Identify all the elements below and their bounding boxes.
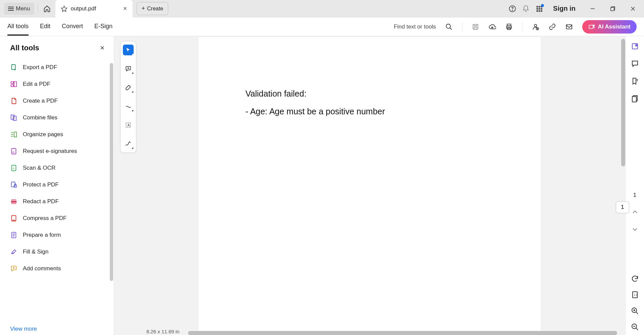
doc-line-1: - Age: Age must be a positive number (245, 107, 494, 116)
sidebar-title: All tools (10, 44, 39, 52)
print-icon[interactable] (505, 23, 513, 31)
help-icon[interactable] (509, 5, 516, 12)
sidebar-item-label: Export a PDF (23, 64, 57, 71)
view-more-link[interactable]: View more (0, 323, 114, 335)
svg-marker-0 (61, 6, 67, 11)
document-tab[interactable]: output.pdf × (55, 0, 133, 17)
svg-rect-30 (12, 65, 15, 70)
document-canvas: A Validation failed: - Age: Age must be … (114, 36, 625, 335)
separator (38, 4, 38, 14)
ai-sparkle-icon (588, 23, 595, 30)
horizontal-scrollbar[interactable] (188, 331, 617, 335)
svg-rect-36 (14, 132, 16, 137)
share-people-icon[interactable] (532, 23, 539, 31)
body: All tools × Export a PDF Edit a PDF Crea… (0, 36, 644, 335)
sidebar-item-label: Edit a PDF (23, 81, 50, 88)
sidebar-item-label: Organize pages (23, 131, 63, 138)
bookmarks-panel-icon[interactable] (631, 77, 639, 85)
sidebar-item-compress-pdf[interactable]: Compress a PDF (3, 210, 110, 227)
menu-button[interactable]: Menu (4, 3, 34, 15)
find-label[interactable]: Find text or tools (394, 23, 436, 30)
sidebar-item-fill-sign[interactable]: Fill & Sign (3, 243, 110, 260)
sign-in-button[interactable]: Sign in (553, 5, 576, 12)
svg-text:1:1: 1:1 (634, 293, 638, 296)
email-icon[interactable] (565, 23, 573, 31)
sidebar-scrollbar[interactable] (110, 63, 113, 281)
home-icon[interactable] (43, 5, 51, 12)
sidebar-item-label: Prepare a form (23, 232, 61, 238)
sidebar-item-add-comments[interactable]: Add comments (3, 260, 110, 277)
zoom-out-icon[interactable] (631, 323, 639, 331)
star-icon[interactable] (61, 5, 67, 12)
svg-rect-31 (11, 82, 13, 84)
ai-panel-icon[interactable] (631, 42, 639, 50)
link-icon[interactable] (549, 23, 556, 31)
tab-convert[interactable]: Convert (62, 18, 83, 36)
sidebar-item-label: Create a PDF (23, 98, 58, 104)
svg-rect-48 (12, 216, 16, 221)
comments-panel-icon[interactable] (631, 60, 639, 68)
sidebar-item-protect-pdf[interactable]: Protect a PDF (3, 176, 110, 193)
rotate-icon[interactable] (631, 275, 639, 283)
svg-rect-29 (589, 25, 593, 29)
text-select-tool[interactable]: A (123, 120, 134, 130)
vertical-scrollbar[interactable] (621, 39, 625, 166)
sidebar-item-combine-files[interactable]: Combine files (3, 109, 110, 126)
minimize-icon[interactable] (590, 6, 596, 12)
page-down-icon[interactable] (631, 225, 639, 233)
sidebar-item-request-esignatures[interactable]: Request e-signatures (3, 143, 110, 160)
sidebar: All tools × Export a PDF Edit a PDF Crea… (0, 36, 114, 335)
page-dimensions: 8.26 x 11.69 in (144, 328, 181, 335)
svg-rect-63 (632, 97, 636, 102)
draw-tool[interactable] (123, 101, 134, 112)
comment-tool[interactable] (123, 63, 134, 74)
sidebar-close-icon[interactable]: × (100, 44, 104, 52)
prepare-form-icon (10, 231, 17, 239)
sidebar-list: Export a PDF Edit a PDF Create a PDF Com… (0, 57, 114, 323)
actual-size-icon[interactable]: 1:1 (631, 291, 639, 299)
sidebar-item-label: Add comments (23, 265, 61, 272)
sidebar-item-label: Scan & OCR (23, 165, 55, 171)
notification-dot (541, 4, 544, 7)
page-up-icon[interactable] (631, 208, 639, 216)
maximize-icon[interactable] (610, 6, 616, 12)
tab-edit[interactable]: Edit (40, 18, 50, 36)
save-icon[interactable] (472, 23, 479, 31)
tab-close-icon[interactable]: × (123, 5, 127, 12)
sidebar-item-label: Redact a PDF (23, 198, 59, 205)
pdf-page[interactable]: Validation failed: - Age: Age must be a … (198, 37, 541, 335)
bell-icon[interactable] (522, 5, 530, 12)
svg-rect-6 (537, 8, 538, 10)
separator (462, 22, 462, 31)
sidebar-item-create-pdf[interactable]: Create a PDF (3, 93, 110, 109)
sidebar-item-export-pdf[interactable]: Export a PDF (3, 59, 110, 76)
zoom-in-icon[interactable] (631, 307, 639, 315)
cloud-upload-icon[interactable] (489, 23, 496, 31)
sidebar-item-redact-pdf[interactable]: Redact a PDF (3, 193, 110, 210)
tab-esign[interactable]: E-Sign (94, 18, 112, 36)
svg-rect-32 (11, 85, 13, 87)
titlebar-right: Sign in (509, 5, 640, 12)
close-icon[interactable] (630, 6, 636, 12)
page-number-input[interactable]: 1 (616, 201, 629, 213)
sidebar-item-edit-pdf[interactable]: Edit a PDF (3, 76, 110, 93)
doc-heading: Validation failed: (245, 89, 494, 99)
sidebar-item-prepare-form[interactable]: Prepare a form (3, 227, 110, 243)
select-tool[interactable] (123, 45, 134, 55)
apps-icon[interactable] (536, 5, 543, 12)
toolbar-right: Find text or tools AI Assistant (394, 20, 637, 34)
create-button[interactable]: + Create (137, 2, 169, 15)
thumbnails-panel-icon[interactable] (631, 95, 639, 103)
scan-ocr-icon: A (10, 164, 17, 172)
create-pdf-icon (10, 97, 17, 105)
sidebar-item-organize-pages[interactable]: Organize pages (3, 126, 110, 143)
ai-assistant-button[interactable]: AI Assistant (582, 20, 637, 34)
tab-all-tools[interactable]: All tools (7, 18, 29, 36)
sidebar-item-scan-ocr[interactable]: AScan & OCR (3, 160, 110, 176)
highlight-tool[interactable] (123, 82, 134, 93)
sign-tool[interactable] (123, 138, 134, 149)
sidebar-item-label: Protect a PDF (23, 181, 59, 188)
svg-rect-46 (11, 201, 16, 203)
sidebar-item-label: Request e-signatures (23, 148, 77, 155)
search-icon[interactable] (445, 23, 453, 31)
